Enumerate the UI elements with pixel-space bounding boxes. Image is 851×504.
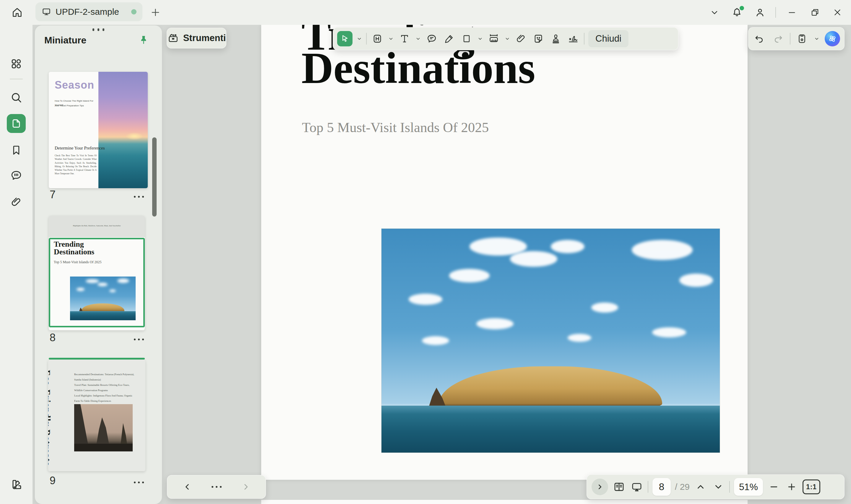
account-button[interactable] xyxy=(750,3,769,22)
sidebar-item-themes[interactable] xyxy=(7,475,26,494)
text-tool-dropdown[interactable] xyxy=(415,36,421,41)
sidebar-item-attachments[interactable] xyxy=(7,193,26,212)
sticker-tool-button[interactable] xyxy=(531,31,545,47)
monitor-icon xyxy=(41,7,51,17)
shape-tool-dropdown[interactable] xyxy=(477,36,483,41)
panel-scrollbar[interactable] xyxy=(152,137,157,217)
thumbnail-page-8[interactable]: Highlights On Bali, Maldives, Santorini,… xyxy=(49,216,145,330)
collapse-toolbar-button[interactable] xyxy=(705,3,724,22)
tools-button[interactable]: Strumenti xyxy=(167,28,227,49)
chevron-down-icon xyxy=(710,8,719,17)
page-9-more-button[interactable] xyxy=(132,478,145,487)
zoom-out-button[interactable] xyxy=(767,479,781,495)
restore-icon xyxy=(810,7,820,17)
new-tab-button[interactable] xyxy=(148,5,163,20)
ellipsis-icon xyxy=(134,482,144,483)
sidebar-divider xyxy=(10,78,23,79)
collapse-bar-button[interactable] xyxy=(592,479,608,495)
nav-back-button[interactable] xyxy=(181,479,194,495)
thumb7-heading: Determine Your Preferences xyxy=(55,146,105,151)
close-window-button[interactable] xyxy=(828,3,847,22)
bar-separator xyxy=(648,481,648,493)
select-tool-dropdown[interactable] xyxy=(356,36,362,41)
previous-page-button[interactable] xyxy=(694,479,707,495)
panel-title: Miniature xyxy=(44,35,86,46)
grid-icon xyxy=(10,57,23,70)
ai-sparkle-icon xyxy=(827,34,837,44)
thumb8-hidden-region: Highlights On Bali, Maldives, Santorini,… xyxy=(49,216,145,237)
thumbnail-page-7[interactable]: Season How To Choose The Right Island Fo… xyxy=(49,72,148,188)
plus-icon xyxy=(786,482,797,492)
ellipsis-icon xyxy=(134,196,144,198)
chevron-down-icon xyxy=(713,482,723,492)
presentation-mode-button[interactable] xyxy=(630,479,644,495)
page-7-more-button[interactable] xyxy=(132,192,145,201)
sidebar-item-search[interactable] xyxy=(7,88,26,107)
select-tool-button[interactable] xyxy=(337,31,352,47)
notifications-button[interactable] xyxy=(727,3,746,22)
next-page-button[interactable] xyxy=(711,479,725,495)
zoom-level-display[interactable]: 51% xyxy=(734,478,763,496)
page-number-label-8: 8 xyxy=(50,331,56,344)
save-dropdown[interactable] xyxy=(814,36,820,41)
titlebar-separator xyxy=(775,7,776,18)
page-number-label-7: 7 xyxy=(50,188,56,201)
close-icon xyxy=(832,7,843,17)
paperclip-icon xyxy=(10,196,22,208)
document-title-line2: Destinations xyxy=(302,46,536,90)
signature-tool-button[interactable] xyxy=(566,31,580,47)
zoom-in-button[interactable] xyxy=(785,479,798,495)
header-tool-dropdown[interactable] xyxy=(388,36,394,41)
text-tool-button[interactable] xyxy=(398,31,411,47)
rectangle-icon xyxy=(461,33,472,44)
ai-assistant-button[interactable] xyxy=(825,31,840,47)
redo-icon xyxy=(773,33,783,44)
comment-icon xyxy=(10,169,23,182)
nav-more-button[interactable] xyxy=(210,479,223,495)
panel-drag-handle[interactable] xyxy=(35,29,162,31)
ellipsis-icon xyxy=(212,486,222,488)
stamp-tool-button[interactable] xyxy=(549,31,563,47)
sidebar-item-comments[interactable] xyxy=(7,166,26,185)
tab-title: UPDF-2-sample xyxy=(56,7,127,17)
chevron-right-circle-icon xyxy=(596,483,604,491)
pdf-page-9-edge xyxy=(261,500,747,504)
page-layout-button[interactable] xyxy=(612,479,626,495)
shape-tool-button[interactable] xyxy=(460,31,473,47)
sticker-smiley-icon xyxy=(533,33,544,44)
header-tool-icon xyxy=(372,33,383,44)
page-number-input[interactable]: 8 xyxy=(652,478,671,496)
pin-icon xyxy=(138,34,149,46)
search-icon xyxy=(10,91,23,104)
chevron-up-icon xyxy=(695,482,706,492)
redo-button[interactable] xyxy=(771,31,785,47)
notification-badge xyxy=(740,6,744,10)
signature-icon xyxy=(567,33,579,44)
measure-tool-dropdown[interactable] xyxy=(504,36,510,41)
home-button[interactable] xyxy=(8,3,26,21)
close-toolbar-button[interactable]: Chiudi xyxy=(588,30,629,47)
sidebar-item-apps[interactable] xyxy=(7,54,26,73)
thumb8-header: Highlights On Bali, Maldives, Santorini,… xyxy=(49,224,145,227)
island-photo[interactable] xyxy=(381,228,720,453)
pin-panel-button[interactable] xyxy=(137,33,151,47)
attachment-tool-button[interactable] xyxy=(514,31,528,47)
thumbnail-page-9[interactable]: Eco-Friendly Retreats Recommended Destin… xyxy=(48,360,145,471)
sidebar-item-bookmarks[interactable] xyxy=(7,141,26,160)
restore-window-button[interactable] xyxy=(805,3,825,22)
undo-button[interactable] xyxy=(753,31,766,47)
actual-size-button[interactable]: 1:1 xyxy=(802,480,820,494)
save-button[interactable] xyxy=(795,31,809,47)
thumb7-subtitle-line2: And Travel Preparation Tips xyxy=(55,104,97,108)
comment-tool-button[interactable] xyxy=(425,31,438,47)
toolbar-separator xyxy=(366,33,367,44)
minimize-button[interactable] xyxy=(782,3,801,22)
bar-separator xyxy=(729,481,730,493)
page-8-more-button[interactable] xyxy=(132,335,145,344)
header-footer-tool-button[interactable] xyxy=(370,31,384,47)
pen-tool-button[interactable] xyxy=(442,31,456,47)
measure-tool-button[interactable] xyxy=(487,31,501,47)
sidebar-item-thumbnails[interactable] xyxy=(7,114,26,133)
nav-forward-button[interactable] xyxy=(239,479,253,495)
document-tab[interactable]: UPDF-2-sample xyxy=(35,2,142,21)
